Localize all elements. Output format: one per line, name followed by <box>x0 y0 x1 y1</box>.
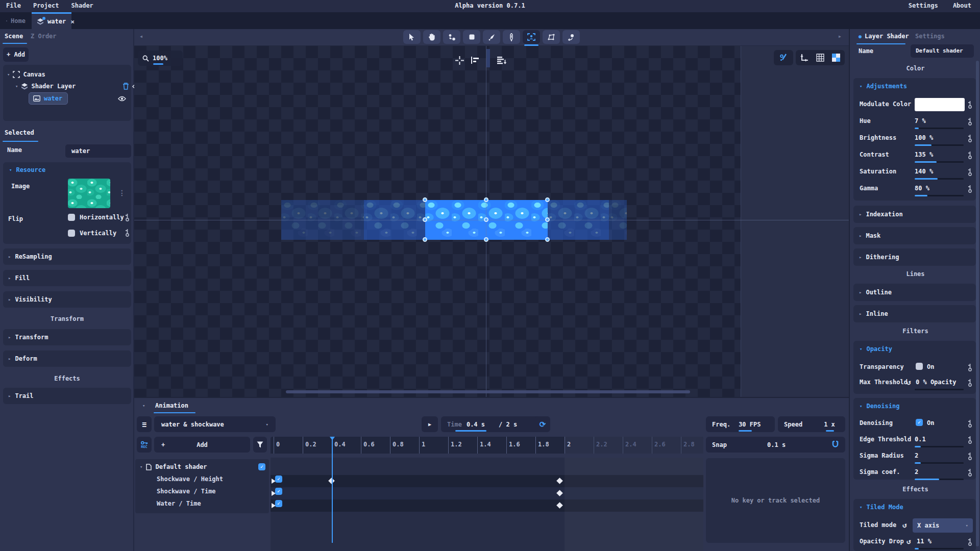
mask-section[interactable]: ▸Mask <box>853 227 976 244</box>
tiled-mode-header[interactable]: ▾Tiled Mode <box>853 499 976 511</box>
panel-collapse-icon[interactable]: ▾ <box>142 403 145 408</box>
animation-tab[interactable]: Animation <box>155 402 188 409</box>
timeline-lanes[interactable] <box>271 458 703 551</box>
pan-tool-button[interactable] <box>423 30 440 44</box>
sigma-radius-value[interactable]: 2 <box>915 452 918 459</box>
deform-tool-button[interactable] <box>562 30 580 44</box>
opacity-header[interactable]: ▾Opacity <box>853 341 976 353</box>
keyframe-icon[interactable] <box>967 436 973 444</box>
snap-field[interactable]: Snap 0.1 s <box>706 437 845 453</box>
eye-icon[interactable] <box>118 96 126 102</box>
saturation-slider[interactable] <box>915 178 964 180</box>
record-keyframe-button[interactable]: REC <box>137 437 152 453</box>
tab-scene[interactable]: Scene <box>5 33 23 40</box>
sigma-coef-value[interactable]: 2 <box>915 468 918 475</box>
contrast-slider[interactable] <box>915 161 964 163</box>
outline-section[interactable]: ▸Outline <box>853 284 976 301</box>
track-visible-checkbox[interactable]: ✓ <box>275 500 282 507</box>
sort-order-icon[interactable] <box>497 57 506 64</box>
gamma-slider[interactable] <box>915 195 964 196</box>
menu-about[interactable]: About <box>953 2 971 9</box>
contrast-value[interactable]: 135 % <box>915 151 933 158</box>
add-layer-button[interactable]: + Add <box>3 47 29 62</box>
tree-item-shader-layer[interactable]: ▾ Shader Layer <box>3 81 143 92</box>
brightness-value[interactable]: 100 % <box>915 134 933 141</box>
section-deform[interactable]: ▸Deform <box>3 350 131 367</box>
menu-shader[interactable]: Shader <box>71 2 93 9</box>
timeline-ruler[interactable]: 00.20.40.60.811.21.41.61.822.22.42.62.8 <box>271 437 703 454</box>
track-visible-checkbox[interactable]: ✓ <box>258 463 265 470</box>
time-field[interactable]: Time 0.4 s / 2 s <box>441 416 542 432</box>
selection-handle[interactable] <box>545 197 550 202</box>
dithering-section[interactable]: ▸Dithering <box>853 248 976 266</box>
keyframe-icon[interactable] <box>967 363 973 371</box>
max-threshold-value[interactable]: 0 % Opacity <box>916 379 956 386</box>
tiled-mode-dropdown[interactable]: X axis ▾ <box>913 518 973 533</box>
checkerboard-icon[interactable] <box>832 54 840 62</box>
keyframe-icon[interactable] <box>967 117 973 126</box>
tree-item-canvas[interactable]: ▾ Canvas <box>3 69 135 80</box>
keyframe-icon[interactable] <box>967 468 973 477</box>
track-visible-checkbox[interactable]: ✓ <box>275 488 282 495</box>
speed-field[interactable]: Speed 1 x <box>778 416 845 432</box>
tree-item-water[interactable]: water <box>29 93 131 104</box>
animation-menu-button[interactable]: ≡ <box>137 416 152 432</box>
keyframe-icon[interactable] <box>967 101 973 109</box>
layer-name-input[interactable]: water <box>65 144 131 158</box>
keyframe-diamond[interactable] <box>557 478 564 484</box>
path-tool-button[interactable] <box>543 30 560 44</box>
denoising-header[interactable]: ▾Denoising <box>853 398 976 410</box>
opacity-drop-value[interactable]: 11 % <box>917 538 932 545</box>
indexation-section[interactable]: ▸Indexation <box>853 206 976 223</box>
section-resampling[interactable]: ▸ReSampling <box>3 248 131 265</box>
keyframe-icon[interactable] <box>967 151 973 159</box>
transparency-checkbox[interactable] <box>916 363 923 370</box>
adjustments-header[interactable]: ▾Adjustments <box>853 78 976 90</box>
keyframe-icon[interactable] <box>967 538 973 546</box>
filter-tracks-button[interactable] <box>253 437 267 453</box>
dimensions-icon[interactable] <box>800 54 808 62</box>
tab-home[interactable]: Home <box>1 12 31 29</box>
frame-tool-button[interactable] <box>523 30 540 44</box>
keyframe-icon[interactable] <box>967 419 973 428</box>
tab-shader-settings[interactable]: Settings <box>915 33 945 40</box>
selection-handle[interactable] <box>423 237 427 242</box>
trash-icon[interactable] <box>122 83 129 90</box>
edge-threshold-slider[interactable] <box>915 446 964 447</box>
menu-project[interactable]: Project <box>33 2 59 9</box>
selection-handle[interactable] <box>484 237 488 242</box>
selection-handle[interactable] <box>484 197 488 202</box>
keyframe-diamond[interactable] <box>557 502 564 509</box>
shader-name-input[interactable]: Default shader <box>911 44 974 58</box>
loop-toggle-button[interactable]: ⟳ <box>535 416 550 432</box>
resource-image-thumbnail[interactable] <box>68 179 110 208</box>
selection-handle[interactable] <box>545 237 550 242</box>
playhead[interactable] <box>332 437 333 543</box>
hue-slider[interactable] <box>915 128 964 129</box>
panel-scrollbar[interactable] <box>976 61 979 546</box>
edge-threshold-value[interactable]: 0.1 <box>915 436 926 443</box>
keyframe-icon[interactable] <box>967 452 973 460</box>
selection-handle[interactable] <box>423 197 427 202</box>
clip-selector-dropdown[interactable]: water & shockwave ▾ <box>154 416 276 432</box>
canvas-horizontal-scrollbar[interactable] <box>286 390 690 393</box>
track-row-shockwave-time[interactable]: Shockwave / Time ✓ <box>136 485 289 497</box>
tab-close-icon[interactable]: × <box>70 18 75 26</box>
keyframe-diamond[interactable] <box>557 490 564 496</box>
reset-icon[interactable]: ↺ <box>906 378 911 386</box>
tab-z-order[interactable]: Z Order <box>31 33 57 40</box>
modulate-color-swatch[interactable] <box>915 98 965 111</box>
track-row-default-shader[interactable]: ▾ Default shader ✓ <box>136 461 273 473</box>
keyframe-icon[interactable] <box>967 168 973 176</box>
track-row-water-time[interactable]: Water / Time ✓ <box>136 497 289 510</box>
align-left-icon[interactable] <box>471 57 479 64</box>
magnet-icon[interactable] <box>831 441 839 448</box>
grid-icon[interactable] <box>816 54 824 62</box>
section-transform[interactable]: ▸Transform <box>3 329 131 345</box>
track-row-shockwave-height[interactable]: Shockwave / Height ✓ <box>136 473 289 485</box>
reset-icon[interactable]: ↺ <box>902 521 906 529</box>
frequency-field[interactable]: Freq. 30 FPS <box>706 416 775 432</box>
move-anchor-tool-button[interactable] <box>443 30 460 44</box>
gamma-value[interactable]: 80 % <box>915 185 929 192</box>
chevron-down-icon[interactable]: ▾ <box>7 72 10 77</box>
